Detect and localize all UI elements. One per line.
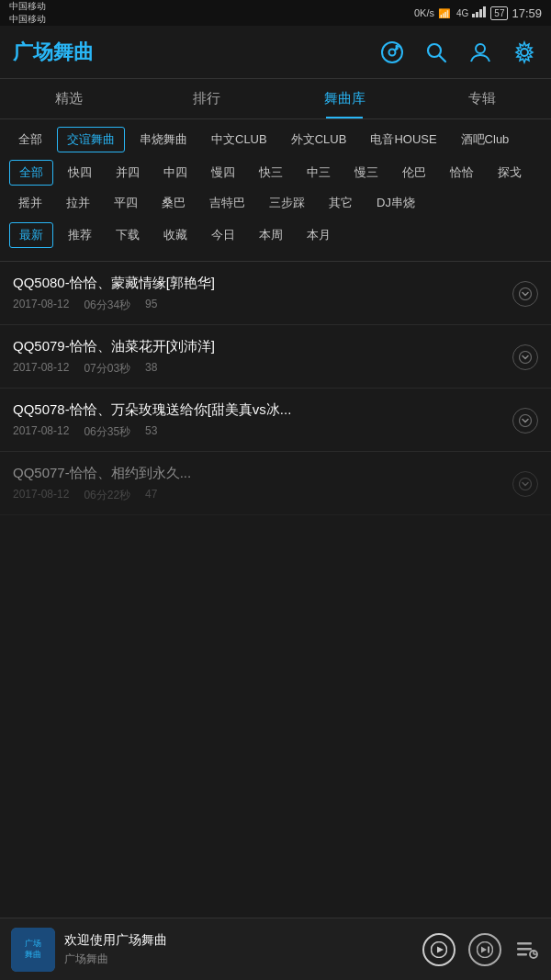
- header-icons: ♪: [378, 39, 538, 66]
- carrier-1: 中国移动: [9, 0, 46, 13]
- svg-rect-22: [517, 948, 532, 951]
- tab-wuquku[interactable]: 舞曲库: [276, 79, 413, 118]
- wifi-icon: 📶: [438, 7, 453, 18]
- song-expand-3[interactable]: [512, 408, 538, 434]
- svg-rect-2: [476, 12, 478, 17]
- tab-jingxuan[interactable]: 精选: [0, 79, 138, 118]
- filter-waiwen-club[interactable]: 外文CLUB: [282, 128, 356, 152]
- filter-kuaisan[interactable]: 快三: [250, 161, 292, 185]
- filter-benmzhou[interactable]: 本周: [250, 223, 292, 247]
- filter-qita[interactable]: 其它: [320, 191, 362, 215]
- status-bar: 中国移动 中国移动 0K/s 📶 4G 57 17:59: [0, 0, 551, 26]
- app-header: 广场舞曲 ♪: [0, 26, 551, 79]
- filter-mansi[interactable]: 慢四: [202, 161, 244, 185]
- network-speed: 0K/s: [414, 7, 434, 18]
- svg-point-11: [521, 49, 528, 56]
- tab-zhuanji[interactable]: 专辑: [413, 79, 551, 118]
- song-date-3: 2017-08-12: [13, 424, 69, 440]
- filter-shoucang[interactable]: 收藏: [154, 223, 197, 247]
- player-subtitle: 广场舞曲: [64, 952, 413, 967]
- play-button[interactable]: [422, 933, 455, 966]
- filter-zhongsi[interactable]: 中四: [154, 161, 197, 185]
- filter-jiuba-club[interactable]: 酒吧Club: [452, 128, 519, 152]
- song-duration-2: 07分03秒: [84, 361, 130, 377]
- filter-row-1: 全部 交谊舞曲 串烧舞曲 中文CLUB 外文CLUB 电音HOUSE 酒吧Clu…: [9, 127, 542, 152]
- filter-mansan[interactable]: 慢三: [345, 161, 388, 185]
- filter-dianyin-house[interactable]: 电音HOUSE: [361, 128, 445, 152]
- filter-qiaqia[interactable]: 恰恰: [441, 161, 483, 185]
- svg-line-9: [440, 55, 446, 62]
- song-title-1: QQ5080-恰恰、蒙藏情缘[郭艳华]: [13, 275, 512, 292]
- filter-xiazai[interactable]: 下载: [107, 223, 149, 247]
- song-item-4[interactable]: QQ5077-恰恰、相约到永久... 2017-08-12 06分22秒 47: [0, 452, 551, 515]
- filter-tuijian[interactable]: 推荐: [59, 223, 101, 247]
- music-disk-button[interactable]: ♪: [378, 39, 406, 66]
- filter-all-genre[interactable]: 全部: [9, 128, 51, 152]
- filter-sanbutai[interactable]: 三步踩: [260, 191, 314, 215]
- search-button[interactable]: [422, 39, 450, 66]
- filter-dj-chuanshao[interactable]: DJ串烧: [367, 191, 424, 215]
- filter-chuanshao[interactable]: 串烧舞曲: [130, 128, 197, 152]
- filter-section: 全部 交谊舞曲 串烧舞曲 中文CLUB 外文CLUB 电音HOUSE 酒吧Clu…: [0, 119, 551, 262]
- svg-point-14: [520, 415, 532, 427]
- filter-yaobang[interactable]: 摇并: [9, 191, 51, 215]
- filter-zhongwen-club[interactable]: 中文CLUB: [202, 128, 276, 152]
- song-item-1[interactable]: QQ5080-恰恰、蒙藏情缘[郭艳华] 2017-08-12 06分34秒 95: [0, 262, 551, 325]
- svg-rect-21: [517, 942, 532, 945]
- chevron-down-icon-3: [519, 414, 532, 427]
- song-info-1: QQ5080-恰恰、蒙藏情缘[郭艳华] 2017-08-12 06分34秒 95: [13, 275, 512, 313]
- song-item-3[interactable]: QQ5078-恰恰、万朵玫瑰送给你[甜美真vs冰... 2017-08-12 0…: [0, 389, 551, 452]
- next-button[interactable]: [468, 933, 501, 966]
- playlist-button[interactable]: [514, 937, 540, 963]
- song-meta-2: 2017-08-12 07分03秒 38: [13, 361, 512, 377]
- player-thumb-text: 广场: [25, 939, 41, 950]
- filter-zhongsan[interactable]: 中三: [298, 161, 340, 185]
- song-expand-1[interactable]: [512, 281, 538, 307]
- filter-labang[interactable]: 拉并: [57, 191, 99, 215]
- filter-lunba[interactable]: 伦巴: [393, 161, 435, 185]
- tab-paihang[interactable]: 排行: [138, 79, 276, 118]
- signal-bars: [472, 6, 487, 19]
- song-item-2[interactable]: QQ5079-恰恰、油菜花开[刘沛洋] 2017-08-12 07分03秒 38: [0, 325, 551, 389]
- song-meta-3: 2017-08-12 06分35秒 53: [13, 424, 512, 440]
- song-plays-3: 53: [145, 424, 157, 440]
- settings-icon: [512, 40, 536, 64]
- song-title-2: QQ5079-恰恰、油菜花开[刘沛洋]: [13, 338, 512, 355]
- svg-marker-19: [481, 946, 487, 952]
- chevron-down-icon-4: [519, 478, 532, 490]
- song-title-4: QQ5077-恰恰、相约到永久...: [13, 465, 512, 482]
- user-button[interactable]: [467, 39, 494, 66]
- network-type: 4G: [456, 8, 468, 18]
- filter-sangba[interactable]: 桑巴: [152, 191, 195, 215]
- filter-all-style[interactable]: 全部: [9, 160, 53, 186]
- song-expand-2[interactable]: [512, 344, 538, 370]
- filter-tange[interactable]: 探戈: [489, 161, 531, 185]
- user-icon: [468, 40, 492, 64]
- song-duration-1: 06分34秒: [84, 298, 130, 313]
- song-info-4: QQ5077-恰恰、相约到永久... 2017-08-12 06分22秒 47: [13, 465, 512, 503]
- battery-icon: 57: [490, 6, 508, 20]
- song-expand-4[interactable]: [512, 471, 538, 497]
- filter-jiteba[interactable]: 吉特巴: [200, 191, 254, 215]
- settings-button[interactable]: [511, 39, 538, 66]
- filter-jinri[interactable]: 今日: [202, 223, 244, 247]
- song-date-1: 2017-08-12: [13, 298, 69, 313]
- song-meta-4: 2017-08-12 06分22秒 47: [13, 488, 512, 503]
- song-info-3: QQ5078-恰恰、万朵玫瑰送给你[甜美真vs冰... 2017-08-12 0…: [13, 401, 512, 440]
- player-title: 欢迎使用广场舞曲: [64, 932, 413, 949]
- filter-zuixin[interactable]: 最新: [9, 222, 53, 248]
- filter-kuaisi[interactable]: 快四: [59, 161, 101, 185]
- svg-text:📶: 📶: [438, 7, 451, 18]
- filter-pingsi[interactable]: 平四: [105, 191, 147, 215]
- filter-jiaoyiwuqu[interactable]: 交谊舞曲: [57, 127, 125, 152]
- song-plays-2: 38: [145, 361, 157, 377]
- play-icon: [431, 941, 447, 958]
- song-info-2: QQ5079-恰恰、油菜花开[刘沛洋] 2017-08-12 07分03秒 38: [13, 338, 512, 377]
- bottom-player: 广场 舞曲 欢迎使用广场舞曲 广场舞曲: [0, 918, 551, 980]
- song-meta-1: 2017-08-12 06分34秒 95: [13, 298, 512, 313]
- search-icon: [424, 40, 448, 64]
- filter-bingsi[interactable]: 并四: [107, 161, 149, 185]
- svg-rect-20: [488, 946, 489, 952]
- song-plays-1: 95: [145, 298, 157, 313]
- filter-benyue[interactable]: 本月: [298, 223, 340, 247]
